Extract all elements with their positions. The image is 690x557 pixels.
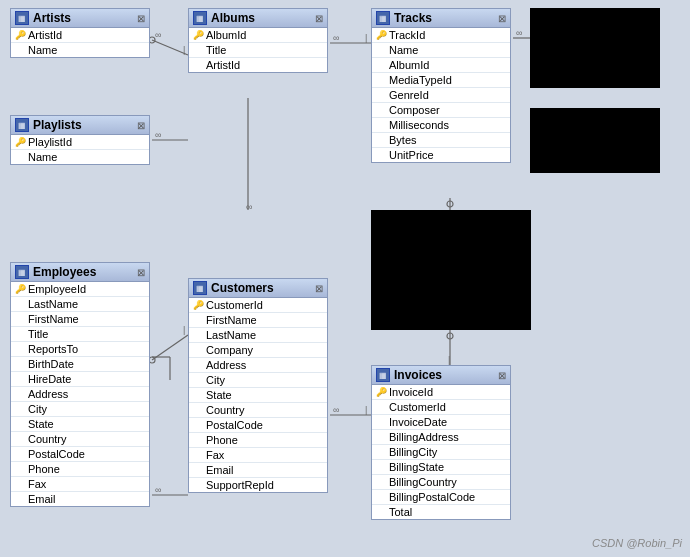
watermark: CSDN @Robin_Pi [592, 537, 682, 549]
field-name-invoices-billingaddress: BillingAddress [389, 431, 459, 443]
table-title-artists: Artists [33, 11, 71, 25]
table-header-playlists[interactable]: ▦Playlists⊠ [11, 116, 149, 135]
svg-text:∞: ∞ [516, 28, 522, 38]
svg-text:∞: ∞ [155, 30, 161, 40]
field-row-employees-reportsto: ReportsTo [11, 342, 149, 357]
field-row-employees-city: City [11, 402, 149, 417]
field-row-tracks-name: Name [372, 43, 510, 58]
table-icon-artists: ▦ [15, 11, 29, 25]
table-title-invoices: Invoices [394, 368, 442, 382]
field-row-albums-albumid: 🔑AlbumId [189, 28, 327, 43]
table-header-tracks[interactable]: ▦Tracks⊠ [372, 9, 510, 28]
field-name-employees-employeeid: EmployeeId [28, 283, 86, 295]
expand-icon-albums[interactable]: ⊠ [315, 13, 323, 24]
svg-line-18 [152, 335, 188, 360]
field-row-customers-customerid: 🔑CustomerId [189, 298, 327, 313]
field-row-employees-state: State [11, 417, 149, 432]
field-name-employees-state: State [28, 418, 54, 430]
field-name-artists-artistid: ArtistId [28, 29, 62, 41]
field-row-artists-name: Name [11, 43, 149, 57]
table-header-employees[interactable]: ▦Employees⊠ [11, 263, 149, 282]
field-row-playlists-playlistid: 🔑PlaylistId [11, 135, 149, 150]
expand-icon-employees[interactable]: ⊠ [137, 267, 145, 278]
field-name-tracks-composer: Composer [389, 104, 440, 116]
field-row-employees-firstname: FirstName [11, 312, 149, 327]
svg-text:|: | [365, 33, 367, 43]
svg-text:|: | [448, 355, 450, 365]
field-row-employees-lastname: LastName [11, 297, 149, 312]
field-name-customers-phone: Phone [206, 434, 238, 446]
field-name-employees-city: City [28, 403, 47, 415]
expand-icon-artists[interactable]: ⊠ [137, 13, 145, 24]
table-title-tracks: Tracks [394, 11, 432, 25]
field-row-employees-title: Title [11, 327, 149, 342]
field-name-albums-title: Title [206, 44, 226, 56]
table-header-invoices[interactable]: ▦Invoices⊠ [372, 366, 510, 385]
field-row-tracks-albumid: AlbumId [372, 58, 510, 73]
table-title-customers: Customers [211, 281, 274, 295]
pk-key-icon: 🔑 [376, 387, 386, 397]
field-row-invoices-invoicedate: InvoiceDate [372, 415, 510, 430]
field-row-employees-fax: Fax [11, 477, 149, 492]
field-name-invoices-billingstate: BillingState [389, 461, 444, 473]
field-row-employees-postalcode: PostalCode [11, 447, 149, 462]
field-name-employees-fax: Fax [28, 478, 46, 490]
field-row-employees-phone: Phone [11, 462, 149, 477]
field-row-customers-state: State [189, 388, 327, 403]
table-header-customers[interactable]: ▦Customers⊠ [189, 279, 327, 298]
field-name-tracks-mediatypeid: MediaTypeId [389, 74, 452, 86]
field-row-tracks-trackid: 🔑TrackId [372, 28, 510, 43]
svg-text:|: | [365, 405, 367, 415]
field-row-invoices-customerid: CustomerId [372, 400, 510, 415]
svg-point-16 [447, 333, 453, 339]
field-name-employees-phone: Phone [28, 463, 60, 475]
field-row-employees-hiredate: HireDate [11, 372, 149, 387]
table-header-artists[interactable]: ▦Artists⊠ [11, 9, 149, 28]
svg-text:∞: ∞ [155, 485, 161, 495]
field-row-playlists-name: Name [11, 150, 149, 164]
field-name-invoices-invoiceid: InvoiceId [389, 386, 433, 398]
field-name-customers-firstname: FirstName [206, 314, 257, 326]
field-row-tracks-genreid: GenreId [372, 88, 510, 103]
field-name-albums-albumid: AlbumId [206, 29, 246, 41]
field-name-employees-firstname: FirstName [28, 313, 79, 325]
expand-icon-customers[interactable]: ⊠ [315, 283, 323, 294]
field-name-invoices-total: Total [389, 506, 412, 518]
field-name-tracks-unitprice: UnitPrice [389, 149, 434, 161]
field-row-customers-email: Email [189, 463, 327, 478]
field-row-customers-address: Address [189, 358, 327, 373]
table-tracks: ▦Tracks⊠🔑TrackIdNameAlbumIdMediaTypeIdGe… [371, 8, 511, 163]
field-row-customers-fax: Fax [189, 448, 327, 463]
field-row-customers-country: Country [189, 403, 327, 418]
field-name-artists-name: Name [28, 44, 57, 56]
field-name-employees-title: Title [28, 328, 48, 340]
expand-icon-playlists[interactable]: ⊠ [137, 120, 145, 131]
field-name-customers-company: Company [206, 344, 253, 356]
svg-text:∞: ∞ [333, 33, 339, 43]
field-name-tracks-trackid: TrackId [389, 29, 425, 41]
svg-text:∞: ∞ [155, 130, 161, 140]
expand-icon-invoices[interactable]: ⊠ [498, 370, 506, 381]
field-row-invoices-billingcity: BillingCity [372, 445, 510, 460]
svg-text:|: | [183, 45, 185, 55]
table-title-playlists: Playlists [33, 118, 82, 132]
field-name-employees-country: Country [28, 433, 67, 445]
field-name-customers-lastname: LastName [206, 329, 256, 341]
table-employees: ▦Employees⊠🔑EmployeeIdLastNameFirstNameT… [10, 262, 150, 507]
table-header-albums[interactable]: ▦Albums⊠ [189, 9, 327, 28]
field-row-invoices-invoiceid: 🔑InvoiceId [372, 385, 510, 400]
pk-key-icon: 🔑 [15, 30, 25, 40]
field-name-employees-lastname: LastName [28, 298, 78, 310]
field-row-artists-artistid: 🔑ArtistId [11, 28, 149, 43]
black-box-1 [530, 8, 660, 88]
field-row-tracks-milliseconds: Milliseconds [372, 118, 510, 133]
field-name-employees-address: Address [28, 388, 68, 400]
expand-icon-tracks[interactable]: ⊠ [498, 13, 506, 24]
field-row-tracks-mediatypeid: MediaTypeId [372, 73, 510, 88]
table-icon-invoices: ▦ [376, 368, 390, 382]
field-row-invoices-total: Total [372, 505, 510, 519]
field-row-albums-title: Title [189, 43, 327, 58]
field-row-customers-lastname: LastName [189, 328, 327, 343]
field-name-tracks-albumid: AlbumId [389, 59, 429, 71]
field-name-invoices-billingcity: BillingCity [389, 446, 437, 458]
